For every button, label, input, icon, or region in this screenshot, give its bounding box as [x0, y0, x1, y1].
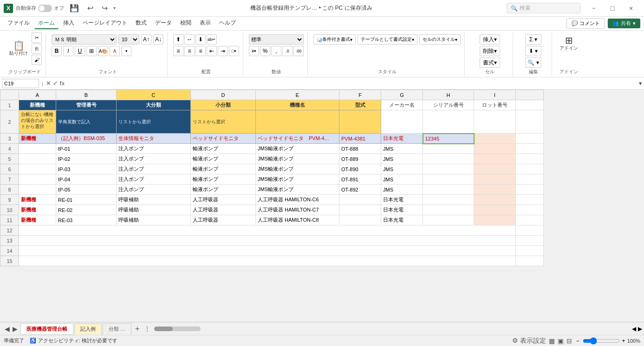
cell-e1[interactable]: 機種名: [256, 100, 339, 110]
cell-b3[interactable]: （記入例）BSM-035: [56, 134, 117, 144]
cell-e7[interactable]: JMS輸液ポンプ: [256, 174, 339, 185]
fill-btn[interactable]: ⬇ ▾: [525, 46, 541, 56]
cell-g8[interactable]: JMS: [381, 185, 423, 195]
display-settings-btn[interactable]: ⚙ 表示設定: [512, 337, 546, 345]
cell-i10[interactable]: [474, 205, 516, 215]
cell-b7[interactable]: IP-04: [56, 174, 117, 185]
cell-f2[interactable]: [339, 110, 381, 134]
indent-right-btn[interactable]: ⇥: [218, 46, 228, 56]
cell-e5[interactable]: JMS輸液ポンプ: [256, 154, 339, 164]
cell-h6[interactable]: [423, 164, 474, 174]
restore-btn[interactable]: □: [603, 0, 622, 17]
cell-c3[interactable]: 生体情報モニタ: [117, 134, 191, 144]
cell-f9[interactable]: [339, 195, 381, 205]
cell-g3[interactable]: 日本光電: [381, 134, 423, 144]
cell-f5[interactable]: OT-889: [339, 154, 381, 164]
cell-i9[interactable]: [474, 195, 516, 205]
menu-formula[interactable]: 数式: [132, 18, 150, 29]
cell-i2[interactable]: [474, 110, 516, 134]
cell-d3[interactable]: ベッドサイドモニタ: [191, 134, 256, 144]
align-middle-btn[interactable]: ↔: [184, 34, 195, 45]
menu-data[interactable]: データ: [151, 18, 176, 29]
tab-next-btn[interactable]: ▶: [12, 324, 19, 333]
cancel-formula-icon[interactable]: ✕: [46, 80, 51, 87]
cell-d2[interactable]: リストから選択: [191, 110, 256, 134]
addin-button[interactable]: ⊞ アドイン: [558, 34, 580, 53]
copy-button[interactable]: ⎘: [32, 44, 42, 54]
col-header-e[interactable]: E: [256, 90, 339, 100]
cut-button[interactable]: ✂: [32, 32, 42, 43]
col-header-c[interactable]: C: [117, 90, 191, 100]
cell-e6[interactable]: JMS輸液ポンプ: [256, 164, 339, 174]
formula-input[interactable]: [66, 80, 637, 87]
delete-cell-btn[interactable]: 削除 ▾: [480, 46, 500, 56]
page-layout-view-btn[interactable]: ▣: [558, 337, 564, 345]
decrease-font-btn[interactable]: A↓: [153, 34, 163, 45]
tab-prev-btn[interactable]: ◀: [4, 324, 11, 333]
col-header-i[interactable]: I: [474, 90, 516, 100]
cell-e11[interactable]: 人工呼吸器 HAMILTON-C8: [256, 215, 339, 225]
cell-a1[interactable]: 新機種: [19, 100, 56, 110]
cell-h9[interactable]: [423, 195, 474, 205]
cell-e10[interactable]: 人工呼吸器 HAMILTON-C7: [256, 205, 339, 215]
cell-g6[interactable]: JMS: [381, 164, 423, 174]
minimize-btn[interactable]: －: [585, 0, 603, 17]
cell-h2[interactable]: [423, 110, 474, 134]
cell-i3[interactable]: [474, 134, 516, 144]
menu-page-layout[interactable]: ページレイアウト: [79, 18, 131, 29]
formula-expand-btn[interactable]: ▾: [639, 80, 642, 87]
cell-e2[interactable]: [256, 110, 339, 134]
cell-f10[interactable]: [339, 205, 381, 215]
cell-c7[interactable]: 注入ポンプ: [117, 174, 191, 185]
increase-decimal-btn[interactable]: .0: [282, 46, 293, 56]
sheet-options-icon[interactable]: ⋮: [142, 325, 152, 333]
italic-btn[interactable]: I: [63, 46, 73, 56]
cell-d7[interactable]: 輸液ポンプ: [191, 174, 256, 185]
cell-h3[interactable]: 12345: [423, 134, 474, 144]
cell-e8[interactable]: JMS輸液ポンプ: [256, 185, 339, 195]
cell-style-btn[interactable]: セルのスタイル ▾: [419, 34, 461, 45]
bold-btn[interactable]: B: [52, 46, 62, 56]
cell-d9[interactable]: 人工呼吸器: [191, 195, 256, 205]
cell-c9[interactable]: 呼吸補助: [117, 195, 191, 205]
confirm-formula-icon[interactable]: ✓: [53, 80, 58, 87]
save-icon[interactable]: 💾: [67, 3, 82, 13]
menu-file[interactable]: ファイル: [4, 18, 33, 29]
cell-d11[interactable]: 人工呼吸器: [191, 215, 256, 225]
cell-b8[interactable]: IP-05: [56, 185, 117, 195]
menu-review[interactable]: 校閲: [176, 18, 195, 29]
cell-a3[interactable]: 新機種: [19, 134, 56, 144]
scroll-right-btn[interactable]: ▶: [638, 326, 642, 332]
sum-btn[interactable]: Σ ▾: [525, 34, 541, 45]
cell-d8[interactable]: 輸液ポンプ: [191, 185, 256, 195]
scroll-left-btn[interactable]: ◀: [632, 326, 636, 332]
cell-b4[interactable]: IP-01: [56, 144, 117, 154]
cell-g11[interactable]: 日本光電: [381, 215, 423, 225]
cell-a4[interactable]: [19, 144, 56, 154]
cell-g1[interactable]: メーカー名: [381, 100, 423, 110]
cell-empty-14[interactable]: [19, 246, 516, 256]
cell-f3[interactable]: PVM-4381: [339, 134, 381, 144]
cell-i5[interactable]: [474, 154, 516, 164]
share-button[interactable]: 👥 共有 ▾: [608, 19, 640, 28]
clear-btn[interactable]: 🔍 ▾: [525, 58, 541, 68]
cell-i1[interactable]: ロット番号: [474, 100, 516, 110]
normal-view-btn[interactable]: ▦: [549, 337, 555, 345]
percent-btn[interactable]: %: [260, 46, 270, 56]
cell-f1[interactable]: 型式: [339, 100, 381, 110]
font-color-btn[interactable]: A: [110, 46, 120, 56]
cell-f4[interactable]: OT-888: [339, 144, 381, 154]
col-header-f[interactable]: F: [339, 90, 381, 100]
cell-b5[interactable]: IP-02: [56, 154, 117, 164]
cell-i7[interactable]: [474, 174, 516, 185]
cell-i11[interactable]: [474, 215, 516, 225]
cell-c4[interactable]: 注入ポンプ: [117, 144, 191, 154]
cell-h11[interactable]: [423, 215, 474, 225]
cell-d4[interactable]: 輸液ポンプ: [191, 144, 256, 154]
menu-view[interactable]: 表示: [196, 18, 215, 29]
cell-a9[interactable]: 新機種: [19, 195, 56, 205]
sheet-tab-category[interactable]: 分類 …: [103, 323, 131, 334]
col-header-h[interactable]: H: [423, 90, 474, 100]
currency-btn[interactable]: ¥▾: [249, 46, 259, 56]
cell-e3[interactable]: ベッドサイドモニタ PVM-4…: [256, 134, 339, 144]
